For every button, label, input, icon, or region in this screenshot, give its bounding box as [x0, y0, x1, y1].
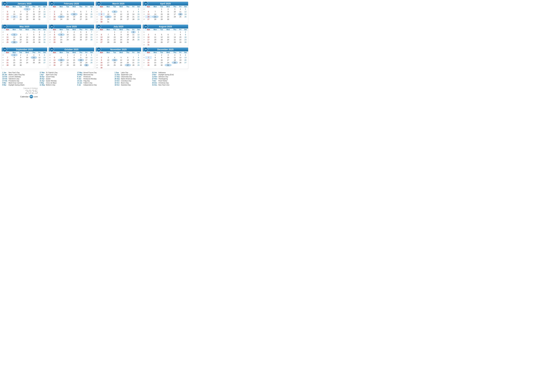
calendar-day	[18, 31, 24, 33]
holiday-date: 4 Mar	[2, 82, 8, 84]
week-number: 2	[2, 10, 4, 13]
calendar-day: 21	[105, 38, 112, 41]
month-table: SunMonTueWedThuFriSat1123425678910113121…	[2, 6, 47, 21]
calendar-day: 5	[117, 10, 125, 13]
calendar-day: 21	[131, 61, 136, 64]
holiday-name: Veterans' Day	[158, 76, 168, 78]
calendar-day: 2	[31, 8, 37, 10]
calendar-day: 5	[71, 10, 78, 13]
calendar-day: 13	[125, 13, 131, 15]
col-header-Sat: Sat	[42, 29, 47, 31]
calendar-day: 21	[65, 61, 71, 64]
col-header-Tue: Tue	[18, 6, 24, 8]
calendar-day	[152, 8, 159, 10]
calendar-day: 8	[136, 10, 141, 13]
col-header-Wed: Wed	[71, 6, 78, 8]
calendar-day: 21	[24, 38, 31, 41]
calendar-day: 9	[117, 33, 125, 36]
calendar-day: 18	[65, 15, 71, 18]
holiday-item: 17 SepCitizenship Day	[115, 76, 150, 78]
col-header-Sat: Sat	[183, 29, 188, 31]
calendar-day: 17	[84, 59, 89, 61]
holiday-date: 4 Jul	[77, 84, 84, 86]
col-header-Wed: Wed	[165, 6, 172, 8]
calendar-day: 27	[58, 64, 65, 66]
calendar-day: 29	[112, 41, 117, 43]
month-header: 365June 2025	[49, 25, 94, 29]
week-number: 9	[49, 18, 51, 21]
calendar-day: 17	[105, 15, 112, 18]
calendar-day: 5	[4, 10, 11, 13]
calendar-day: 9	[98, 13, 105, 15]
month-header: 365November 2025	[96, 48, 141, 51]
calendar-day: 18	[71, 36, 78, 38]
calendar-day	[159, 43, 165, 46]
holiday-item: 9 JunPentecost Monday	[77, 78, 113, 80]
col-header-Sat: Sat	[89, 6, 94, 8]
holiday-item: 18 OctSweetest Day	[115, 84, 150, 86]
holiday-date: 2 Nov	[152, 74, 158, 76]
calendar-day: 14	[24, 36, 31, 38]
calendar-day: 23	[159, 61, 165, 64]
calendar-day: 19	[136, 36, 141, 38]
holiday-item: 11 SepSeptember 11th	[115, 74, 150, 76]
calendar-day: 26	[51, 64, 58, 66]
calendar-day: 12	[4, 13, 11, 15]
holiday-name: New Year's Day	[8, 72, 20, 73]
holiday-date: 1 Apr	[40, 74, 46, 76]
calendar-day	[112, 66, 117, 69]
calendar-day: 23	[183, 38, 188, 41]
holiday-name: Presidents Day	[8, 80, 19, 82]
week-number: 3	[2, 13, 4, 15]
calendar-day: 14	[105, 36, 112, 38]
calendar-day: 17	[165, 59, 172, 61]
calendar-day: 13	[78, 13, 84, 15]
calendar-day: 20	[145, 15, 152, 18]
calendar-day	[165, 43, 172, 46]
calendar-day	[117, 21, 125, 23]
calendar-day: 5	[51, 56, 58, 59]
calendar-day: 10	[37, 10, 42, 13]
holiday-col-2: 17 MarSt. Patrick's Day1 AprApril Fool's…	[39, 72, 76, 86]
col-header-Tue: Tue	[65, 29, 71, 31]
calendar-day: 16	[58, 36, 65, 38]
calendar-day: 28	[24, 41, 31, 43]
brand-year: 2025	[2, 89, 38, 95]
holiday-date: 7 Dec	[152, 80, 158, 82]
calendar-day: 20	[18, 38, 24, 41]
col-header-Fri: Fri	[84, 6, 89, 8]
calendar-day: 22	[51, 38, 58, 41]
month-header: 365December 2025	[143, 48, 188, 51]
holiday-item: 16 OctBoss's Day	[115, 82, 150, 84]
month-header: 365March 2025	[96, 2, 141, 6]
calendar-day: 17	[65, 36, 71, 38]
calendar-day	[131, 54, 136, 56]
col-header-Thu: Thu	[125, 29, 131, 31]
calendar-day: 23	[58, 38, 65, 41]
badge-365: 365	[49, 47, 54, 52]
month-card-6: 365June 2025SunMonTueWedThuFriSat2312345…	[49, 24, 94, 46]
holiday-name: St. Patrick's Day	[46, 72, 58, 73]
calendar-day: 2	[159, 54, 165, 56]
calendar-day	[145, 31, 152, 33]
calendar-day: 12	[117, 13, 125, 15]
month-title: May 2025	[20, 25, 29, 28]
week-number: 38	[2, 59, 4, 61]
calendar-day: 14	[4, 59, 11, 61]
calendar-day: 5	[89, 54, 94, 56]
calendar-day: 28	[84, 18, 89, 21]
calendar-day: 9	[183, 33, 188, 36]
calendar-day: 8	[24, 10, 31, 13]
month-table: SunMonTueWedThuFriSat4414523456784691011…	[96, 51, 141, 69]
calendar-day	[37, 64, 42, 66]
holiday-item: 21 AprEaster Monday	[40, 80, 75, 82]
holiday-name: Daylight Saving (Start)	[8, 84, 24, 86]
calendar-day: 1	[89, 8, 94, 10]
calendar-day: 6	[125, 56, 131, 59]
calendar-day: 31	[145, 43, 152, 46]
calendar-day	[42, 64, 47, 66]
week-number: 48	[96, 64, 98, 66]
holiday-name: Boss's Day	[121, 82, 129, 84]
calendar-day: 25	[178, 15, 183, 18]
holiday-name: Flag Day	[84, 80, 90, 82]
